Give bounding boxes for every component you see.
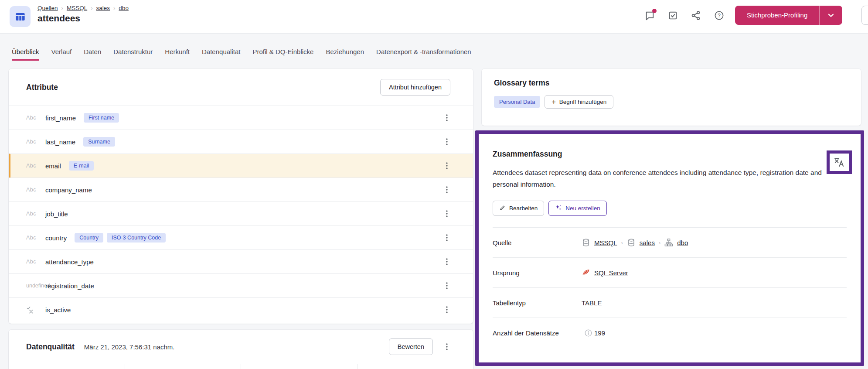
breadcrumb-link[interactable]: Quellen [37, 5, 58, 11]
breadcrumb-link[interactable]: sales [96, 5, 110, 11]
table-cell [357, 364, 473, 369]
attributes-title: Attribute [26, 83, 58, 92]
share-icon[interactable] [691, 10, 701, 21]
row-menu-button[interactable] [442, 280, 452, 291]
table-entity-icon [10, 6, 31, 27]
field-value: MSSQL›sales›dbo [582, 238, 688, 247]
page-title: attendees [37, 13, 80, 24]
edit-button[interactable]: Bearbeiten [493, 201, 544, 216]
attribute-name-link[interactable]: email [45, 162, 61, 170]
evaluate-button[interactable]: Bewerten [389, 338, 433, 355]
boolean-type-icon [26, 306, 45, 314]
glossary-term-tag[interactable]: Surname [83, 137, 115, 147]
summary-field-row: QuelleMSSQL›sales›dbo [493, 227, 847, 257]
path-separator: › [659, 239, 660, 246]
attribute-name-link[interactable]: is_active [45, 306, 71, 314]
row-menu-button[interactable] [442, 256, 452, 267]
attribute-name-link[interactable]: registration_date [45, 282, 94, 290]
attribute-name-link[interactable]: attendance_type [45, 258, 94, 266]
translate-icon[interactable] [833, 156, 845, 168]
tab-bar: ÜberblickVerlaufDatenDatenstrukturHerkun… [12, 48, 471, 61]
breadcrumb-link[interactable]: MSSQL [67, 5, 87, 11]
tab-daten[interactable]: Daten [84, 48, 101, 61]
text-type-icon: Abc [26, 211, 45, 217]
comment-icon[interactable] [644, 10, 655, 21]
highlight-box: Zusammenfassung Attendees dataset repres… [475, 130, 864, 366]
field-value-link[interactable]: SQL Server [594, 269, 628, 277]
help-icon[interactable]: ? [714, 10, 725, 21]
tab-datenstruktur[interactable]: Datenstruktur [113, 48, 153, 61]
table-cell [125, 364, 242, 369]
task-icon[interactable] [667, 10, 678, 21]
glossary-panel: Glossary terms Personal Data+Begriff hin… [482, 69, 861, 126]
chevron-down-icon[interactable] [820, 6, 842, 25]
glossary-term-tag[interactable]: Country [75, 233, 103, 243]
row-menu-button[interactable] [442, 113, 452, 123]
field-value: 199 [594, 329, 605, 337]
row-menu-button[interactable] [442, 304, 452, 315]
profiling-button-label[interactable]: Stichproben-Profiling [735, 6, 819, 25]
generate-new-button[interactable]: Neu erstellen [548, 201, 607, 216]
add-attribute-button[interactable]: Attribut hinzufügen [380, 79, 450, 96]
attribute-row: Abcjob_title [9, 202, 473, 226]
path-link[interactable]: sales [640, 239, 655, 246]
data-quality-menu-button[interactable] [442, 342, 452, 352]
data-quality-title-link[interactable]: Datenqualität [26, 342, 75, 352]
text-type-icon: Abc [26, 163, 45, 169]
table-cell [241, 364, 357, 369]
attributes-panel: Attribute Attribut hinzufügen Abcfirst_n… [9, 69, 473, 324]
tab-herkunft[interactable]: Herkunft [165, 48, 190, 61]
partial-edge-button[interactable] [861, 6, 868, 25]
breadcrumb-separator: › [61, 5, 63, 11]
data-quality-panel: Datenqualität März 21, 2023, 7:56:31 nac… [9, 330, 473, 369]
tab-beziehungen[interactable]: Beziehungen [326, 48, 364, 61]
database-icon [627, 238, 636, 247]
row-menu-button[interactable] [442, 232, 452, 243]
row-menu-button[interactable] [442, 161, 452, 171]
row-menu-button[interactable] [442, 208, 452, 219]
glossary-term-tag[interactable]: ISO-3 Country Code [107, 233, 166, 243]
add-term-button[interactable]: +Begriff hinzufügen [545, 95, 613, 109]
profiling-button[interactable]: Stichproben-Profiling [735, 6, 842, 25]
attribute-row: undefinedregistration_date [9, 273, 473, 297]
tab-profil-dq-einblicke[interactable]: Profil & DQ-Einblicke [252, 48, 313, 61]
glossary-term-tag[interactable]: Personal Data [494, 96, 540, 108]
field-value-text: 199 [594, 329, 605, 337]
path-link[interactable]: MSSQL [594, 239, 617, 246]
summary-title: Zusammenfassung [493, 150, 847, 159]
attribute-row: is_active [9, 297, 473, 321]
pencil-icon [499, 205, 506, 212]
plus-icon: + [551, 99, 555, 106]
summary-field-row: TabellentypTABLE [493, 287, 847, 318]
attribute-row: AbcemailE-mail [9, 154, 473, 178]
text-type-icon: Abc [26, 259, 45, 265]
row-menu-button[interactable] [442, 184, 452, 195]
glossary-term-tag[interactable]: First name [84, 113, 119, 123]
attribute-name-link[interactable]: country [45, 234, 67, 242]
breadcrumb-separator: › [91, 5, 92, 11]
text-type-icon: Abc [26, 235, 45, 241]
notification-dot [652, 9, 657, 13]
database-icon [582, 238, 590, 247]
field-label: Quelle [493, 239, 582, 246]
text-type-icon: Abc [26, 139, 45, 145]
edit-button-label: Bearbeiten [509, 205, 538, 212]
glossary-title: Glossary terms [494, 79, 549, 88]
attribute-name-link[interactable]: first_name [45, 114, 76, 122]
attribute-row: Abcattendance_type [9, 249, 473, 273]
info-icon[interactable] [584, 329, 592, 337]
tab-überblick[interactable]: Überblick [12, 48, 39, 61]
row-menu-button[interactable] [442, 137, 452, 147]
data-quality-timestamp: März 21, 2023, 7:56:31 nachm. [84, 343, 175, 351]
attribute-name-link[interactable]: job_title [45, 210, 68, 218]
path-link[interactable]: dbo [677, 239, 688, 246]
tab-datenqualität[interactable]: Datenqualität [202, 48, 240, 61]
attribute-name-link[interactable]: company_name [45, 186, 92, 194]
attribute-name-link[interactable]: last_name [45, 138, 75, 146]
tab-datenexport-transformationen[interactable]: Datenexport & -transformationen [376, 48, 471, 61]
tab-verlauf[interactable]: Verlauf [51, 48, 72, 61]
breadcrumb-link[interactable]: dbo [119, 5, 129, 11]
glossary-term-tag[interactable]: E-mail [69, 161, 94, 171]
glossary-tag-list: Personal Data+Begriff hinzufügen [494, 95, 613, 109]
calendar-icon: undefined [26, 283, 45, 289]
